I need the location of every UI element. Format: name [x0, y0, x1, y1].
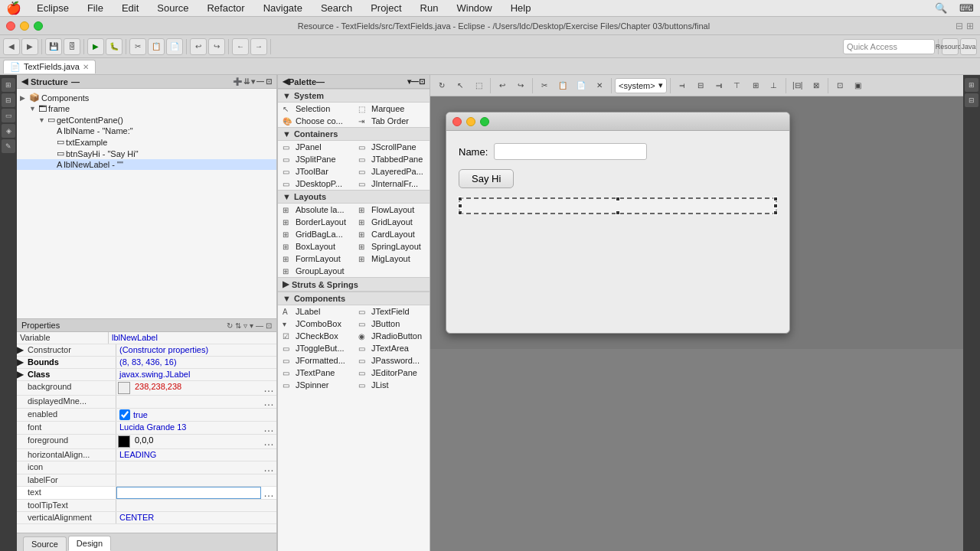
- tree-item-btnsayhi[interactable]: ▭ btnSayHi - "Say Hi": [17, 148, 276, 159]
- bounds-expand-icon[interactable]: ▶: [17, 357, 24, 368]
- canvas-copy-button[interactable]: 📋: [554, 77, 571, 94]
- canvas-delete-button[interactable]: ✕: [591, 77, 608, 94]
- palette-item-springlayout[interactable]: ⊞ SpringLayout: [354, 240, 430, 253]
- class-expand-icon[interactable]: ▶: [17, 369, 24, 380]
- text-menu-icon[interactable]: …: [263, 487, 274, 499]
- next-edit-button[interactable]: →: [250, 38, 267, 55]
- menu-search[interactable]: Search: [318, 2, 355, 15]
- menu-refactor[interactable]: Refactor: [204, 2, 247, 15]
- selection-handle-tr[interactable]: [773, 197, 778, 201]
- tree-item-components[interactable]: ▶ 📦 Components: [17, 92, 276, 103]
- palette-maximize-icon[interactable]: ⊡: [419, 77, 425, 86]
- sim-minimize-button[interactable]: [466, 117, 475, 126]
- sim-selected-label[interactable]: [459, 197, 777, 214]
- selection-handle-tl[interactable]: [458, 197, 462, 201]
- foreground-menu-icon[interactable]: …: [263, 435, 274, 448]
- perspective-resource-button[interactable]: Resource: [942, 38, 959, 55]
- tree-item-txtexample[interactable]: ▭ txtExample: [17, 136, 276, 148]
- palette-item-marquee[interactable]: ⬚ Marquee: [354, 103, 430, 115]
- palette-item-jtoolbar[interactable]: ▭ JToolBar: [278, 165, 354, 178]
- sim-maximize-button[interactable]: [480, 117, 489, 126]
- paste-button[interactable]: 📄: [166, 38, 183, 55]
- displayed-menu-icon[interactable]: …: [263, 396, 274, 408]
- align-right-button[interactable]: ⫥: [710, 77, 727, 94]
- palette-item-jinternalframe[interactable]: ▭ JInternalFr...: [354, 178, 430, 190]
- minimize-icon[interactable]: ⊟: [956, 21, 963, 31]
- prop-row-foreground[interactable]: foreground 0,0,0 …: [17, 435, 276, 449]
- palette-item-jlabel[interactable]: A JLabel: [278, 305, 354, 318]
- align-left-button[interactable]: ⫤: [674, 77, 691, 94]
- font-menu-icon[interactable]: …: [263, 422, 274, 434]
- left-icon-2[interactable]: ⊟: [2, 93, 15, 107]
- palette-item-gridlayout[interactable]: ⊞ GridLayout: [354, 216, 430, 228]
- canvas-select-button[interactable]: ↖: [452, 77, 469, 94]
- icon-menu-icon[interactable]: …: [263, 461, 274, 474]
- palette-section-system[interactable]: ▼ System: [278, 89, 430, 103]
- redo-button[interactable]: ↪: [208, 38, 225, 55]
- quick-access-input[interactable]: Quick Access: [843, 39, 935, 54]
- palette-item-jcheckbox[interactable]: ☑ JCheckBox: [278, 330, 354, 342]
- left-icon-4[interactable]: ◈: [2, 124, 15, 138]
- left-icon-1[interactable]: ⊞: [2, 78, 15, 92]
- cut-button[interactable]: ✂: [129, 38, 146, 55]
- menu-project[interactable]: Project: [368, 2, 404, 15]
- search-icon[interactable]: 🔍: [935, 2, 947, 14]
- palette-section-struts[interactable]: ▶ Struts & Springs: [278, 277, 430, 292]
- save-button[interactable]: 💾: [45, 38, 62, 55]
- palette-section-containers[interactable]: ▼ Containers: [278, 127, 430, 141]
- sim-name-textfield[interactable]: [494, 143, 647, 160]
- right-icon-1[interactable]: ⊞: [965, 78, 978, 92]
- collapse-all-icon[interactable]: ⇊: [243, 77, 250, 86]
- contentpane-expand-icon[interactable]: ▼: [38, 116, 47, 124]
- menu-run[interactable]: Run: [417, 2, 442, 15]
- align-center-h-button[interactable]: ⊟: [692, 77, 709, 94]
- palette-item-jtextpane[interactable]: ▭ JTextPane: [278, 367, 354, 379]
- palette-item-grouplayout[interactable]: ⊞ GroupLayout: [278, 265, 430, 277]
- prop-extra-text[interactable]: …: [261, 487, 276, 499]
- palette-item-jeditorpane[interactable]: ▭ JEditorPane: [354, 367, 430, 379]
- add-component-icon[interactable]: ➕: [233, 77, 242, 86]
- prop-refresh-icon[interactable]: ↻: [227, 321, 233, 330]
- enabled-checkbox[interactable]: [119, 409, 130, 420]
- palette-item-cardlayout[interactable]: ⊞ CardLayout: [354, 228, 430, 240]
- palette-item-jformattedtextfield[interactable]: ▭ JFormatted...: [278, 354, 354, 367]
- frame-expand-icon[interactable]: ▼: [29, 105, 38, 112]
- close-button[interactable]: [6, 21, 15, 31]
- view-menu-icon[interactable]: ▾: [251, 77, 255, 86]
- prop-row-horizontalalign[interactable]: horizontalAlign... LEADING: [17, 449, 276, 461]
- palette-item-tab-order[interactable]: ⇥ Tab Order: [354, 115, 430, 127]
- prop-extra-displayed[interactable]: …: [261, 396, 276, 408]
- selection-handle-tm[interactable]: [616, 197, 620, 201]
- palette-item-jsplitpane[interactable]: ▭ JSplitPane: [278, 153, 354, 165]
- selection-handle-ml[interactable]: [458, 204, 462, 208]
- prop-val-text[interactable]: [116, 487, 261, 499]
- menu-source[interactable]: Source: [154, 2, 191, 15]
- prop-row-text[interactable]: text …: [17, 487, 276, 500]
- prop-row-displayed[interactable]: displayedMne... …: [17, 396, 276, 409]
- palette-item-jpasswordfield[interactable]: ▭ JPassword...: [354, 354, 430, 367]
- selection-handle-bm[interactable]: [616, 210, 620, 215]
- minimize-panel-icon[interactable]: —: [256, 77, 264, 86]
- prev-edit-button[interactable]: ←: [232, 38, 249, 55]
- apple-menu[interactable]: 🍎: [6, 1, 21, 15]
- tab-source[interactable]: Source: [23, 536, 67, 551]
- palette-section-components[interactable]: ▼ Components: [278, 292, 430, 305]
- palette-item-jpanel[interactable]: ▭ JPanel: [278, 141, 354, 153]
- menu-eclipse[interactable]: Eclipse: [34, 2, 72, 15]
- maximize-panel-icon[interactable]: ⊡: [266, 77, 272, 86]
- menu-window[interactable]: Window: [453, 2, 495, 15]
- prop-row-constructor[interactable]: ▶ Constructor (Constructor properties): [17, 344, 276, 357]
- palette-item-gridbaglayout[interactable]: ⊞ GridBagLa...: [278, 228, 354, 240]
- editor-tab-textfields[interactable]: 📄 TextFields.java ✕: [3, 60, 96, 73]
- palette-item-jradiobutton[interactable]: ◉ JRadioButton: [354, 330, 430, 342]
- run-button[interactable]: ▶: [87, 38, 104, 55]
- palette-item-jscrollpane[interactable]: ▭ JScrollPane: [354, 141, 430, 153]
- palette-item-jspinner[interactable]: ▭ JSpinner: [278, 379, 354, 391]
- prop-row-background[interactable]: background 238,238,238 …: [17, 381, 276, 396]
- palette-item-flowlayout[interactable]: ⊞ FlowLayout: [354, 204, 430, 216]
- palette-item-borderlayout[interactable]: ⊞ BorderLayout: [278, 216, 354, 228]
- nav-next-button[interactable]: ▶: [21, 38, 38, 55]
- palette-item-selection[interactable]: ↖ Selection: [278, 103, 354, 115]
- prop-row-bounds[interactable]: ▶ Bounds (8, 83, 436, 16): [17, 357, 276, 369]
- prop-menu-icon[interactable]: ▾: [250, 321, 253, 330]
